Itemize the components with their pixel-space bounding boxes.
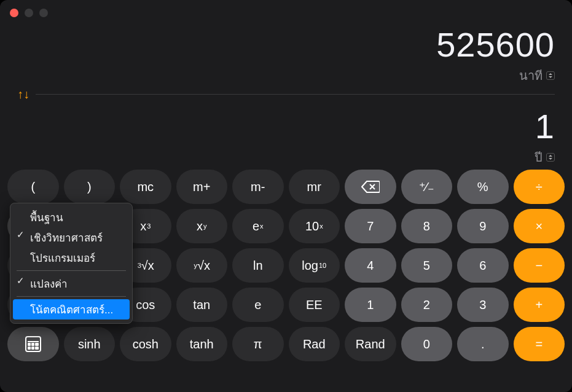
key-6[interactable]: 6 <box>457 248 509 283</box>
key-0[interactable]: 0 <box>401 327 453 361</box>
key-7[interactable]: 7 <box>345 209 396 243</box>
key-4[interactable]: 4 <box>345 248 396 283</box>
menu-separator <box>17 296 126 297</box>
conversion-divider: ↑↓ <box>17 88 555 100</box>
key-backspace[interactable] <box>345 170 396 204</box>
key-paren-open[interactable]: ( <box>7 170 59 204</box>
mode-popup-menu: พื้นฐาน เชิงวิทยาศาสตร์ โปรแกรมเมอร์ แปล… <box>10 203 133 324</box>
calculator-window: 525600 นาที ↑↓ 1 ปี ( ) mc m+ m- mr <box>0 0 572 392</box>
key-ln[interactable]: ln <box>232 248 284 283</box>
key-mode-menu[interactable] <box>7 327 59 361</box>
menu-math-notes[interactable]: โน้ตคณิตศาสตร์... <box>13 299 130 319</box>
minimize-window-button[interactable] <box>25 9 33 17</box>
key-rand[interactable]: Rand <box>345 327 396 361</box>
key-5[interactable]: 5 <box>401 248 453 283</box>
key-divide[interactable]: ÷ <box>514 170 565 204</box>
window-controls <box>10 9 48 17</box>
swap-icon[interactable]: ↑↓ <box>17 88 29 100</box>
key-mr[interactable]: mr <box>289 170 340 204</box>
menu-programmer[interactable]: โปรแกรมเมอร์ <box>10 248 132 268</box>
key-minus[interactable]: − <box>514 248 565 283</box>
key-1[interactable]: 1 <box>345 288 396 322</box>
key-mc[interactable]: mc <box>120 170 171 204</box>
secondary-value: 1 <box>535 106 555 146</box>
key-10x[interactable]: 10x <box>289 209 340 243</box>
key-rad[interactable]: Rad <box>289 327 340 361</box>
menu-separator <box>17 270 126 271</box>
menu-basic[interactable]: พื้นฐาน <box>10 207 132 227</box>
primary-value: 525600 <box>436 25 555 65</box>
key-tan[interactable]: tan <box>176 288 228 322</box>
key-2[interactable]: 2 <box>401 288 453 322</box>
secondary-unit-dropdown[interactable] <box>546 153 555 162</box>
key-pi[interactable]: π <box>232 327 284 361</box>
key-ex[interactable]: ex <box>232 209 284 243</box>
backspace-icon <box>361 180 380 194</box>
calculator-icon <box>25 336 41 352</box>
key-8[interactable]: 8 <box>401 209 453 243</box>
key-plus[interactable]: + <box>514 288 565 322</box>
close-window-button[interactable] <box>10 9 18 17</box>
key-sqrty[interactable]: y√x <box>176 248 228 283</box>
key-sinh[interactable]: sinh <box>64 327 116 361</box>
plus-minus-icon: ⁺∕₋ <box>419 179 434 194</box>
key-xy[interactable]: xy <box>176 209 228 243</box>
key-decimal[interactable]: . <box>457 327 509 361</box>
key-9[interactable]: 9 <box>457 209 509 243</box>
primary-unit-label: นาที <box>519 66 543 85</box>
key-mplus[interactable]: m+ <box>176 170 228 204</box>
key-percent[interactable]: % <box>457 170 509 204</box>
key-paren-close[interactable]: ) <box>64 170 116 204</box>
key-e[interactable]: e <box>232 288 284 322</box>
key-tanh[interactable]: tanh <box>176 327 228 361</box>
key-log10[interactable]: log10 <box>289 248 340 283</box>
primary-unit-dropdown[interactable] <box>546 71 555 80</box>
zoom-window-button[interactable] <box>39 9 48 17</box>
key-multiply[interactable]: × <box>514 209 565 243</box>
display-area: 525600 นาที ↑↓ 1 ปี <box>0 0 572 166</box>
key-equals[interactable]: = <box>514 327 565 361</box>
key-plus-minus[interactable]: ⁺∕₋ <box>401 170 453 204</box>
key-ee[interactable]: EE <box>289 288 340 322</box>
key-3[interactable]: 3 <box>457 288 509 322</box>
key-mminus[interactable]: m- <box>232 170 284 204</box>
menu-convert[interactable]: แปลงค่า <box>10 273 132 294</box>
menu-scientific[interactable]: เชิงวิทยาศาสตร์ <box>10 227 132 248</box>
key-cosh[interactable]: cosh <box>120 327 171 361</box>
